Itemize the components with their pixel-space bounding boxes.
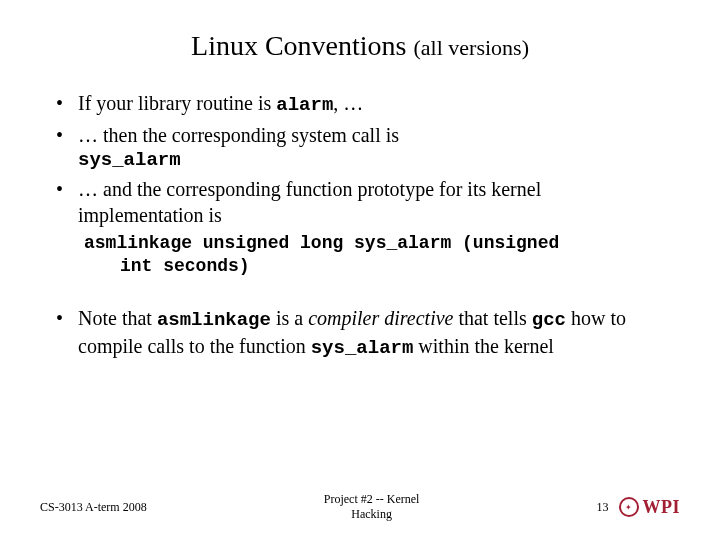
b4-code2: gcc: [532, 309, 566, 331]
title-main: Linux Conventions: [191, 30, 406, 61]
b4-post: within the kernel: [413, 335, 554, 357]
title-sub: (all versions): [413, 35, 528, 60]
bullet-2: … then the corresponding system call is …: [50, 122, 670, 173]
code-line1: asmlinkage unsigned long sys_alarm (unsi…: [84, 233, 559, 253]
b3-text: … and the corresponding function prototy…: [78, 178, 541, 226]
b4-mid1: is a: [271, 307, 308, 329]
b4-pre: Note that: [78, 307, 157, 329]
bullet-3: … and the corresponding function prototy…: [50, 176, 670, 228]
bullet-1: If your library routine is alarm, …: [50, 90, 670, 118]
bullet-list-2: Note that asmlinkage is a compiler direc…: [50, 305, 670, 360]
footer-center-l2: Hacking: [147, 507, 597, 522]
bullet-4: Note that asmlinkage is a compiler direc…: [50, 305, 670, 360]
b4-em: compiler directive: [308, 307, 453, 329]
b4-code1: asmlinkage: [157, 309, 271, 331]
b1-pre: If your library routine is: [78, 92, 276, 114]
wpi-text: WPI: [643, 497, 681, 518]
footer-right: 13 ✦ WPI: [597, 497, 681, 518]
b2-code: sys_alarm: [78, 148, 670, 173]
b4-mid2: that tells: [453, 307, 531, 329]
code-block: asmlinkage unsigned long sys_alarm (unsi…: [84, 232, 670, 277]
b2-pre: … then the corresponding system call is: [78, 124, 399, 146]
wpi-logo: ✦ WPI: [619, 497, 681, 518]
footer-left: CS-3013 A-term 2008: [40, 500, 147, 515]
bullet-list: If your library routine is alarm, … … th…: [50, 90, 670, 228]
footer: CS-3013 A-term 2008 Project #2 -- Kernel…: [0, 492, 720, 522]
b4-code3: sys_alarm: [311, 337, 414, 359]
code-line2: int seconds): [84, 255, 670, 278]
seal-icon: ✦: [619, 497, 639, 517]
b1-code: alarm: [276, 94, 333, 116]
b1-post: , …: [333, 92, 363, 114]
footer-center-l1: Project #2 -- Kernel: [147, 492, 597, 507]
page-number: 13: [597, 500, 609, 515]
footer-center: Project #2 -- Kernel Hacking: [147, 492, 597, 522]
slide-title: Linux Conventions (all versions): [50, 30, 670, 62]
